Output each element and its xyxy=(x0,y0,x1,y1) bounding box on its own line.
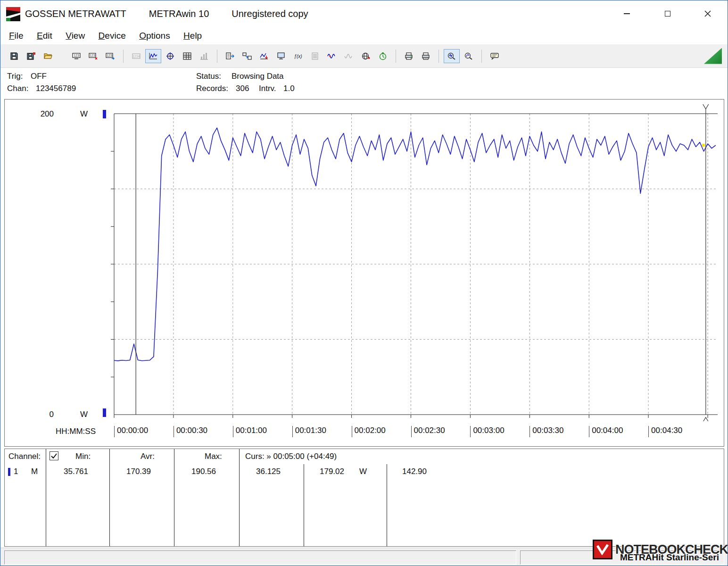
timer-icon[interactable] xyxy=(375,49,391,63)
app-logo-icon xyxy=(6,7,20,21)
channel-color-marker-top xyxy=(103,110,106,118)
chart-panel: 200 W 0 W HH:MM:SS 00:00:0000:00:3000:01… xyxy=(4,99,724,447)
col-header-avr: Avr: xyxy=(141,452,155,461)
table-column-divider xyxy=(387,464,387,546)
annotation-icon[interactable] xyxy=(487,49,503,63)
app-window: GOSSEN METRAWATT METRAwin 10 Unregistere… xyxy=(0,0,728,566)
y-axis-unit-bottom: W xyxy=(80,410,88,419)
x-tick-label: 00:03:30 xyxy=(529,426,563,437)
power-trace xyxy=(114,128,716,361)
maximize-button[interactable] xyxy=(657,4,678,23)
menu-edit[interactable]: Edit xyxy=(31,27,58,44)
memory-recall-icon[interactable]: 123 xyxy=(85,49,101,63)
trig-value: OFF xyxy=(31,72,47,81)
toolbar-separator xyxy=(481,50,482,63)
maximize-icon xyxy=(665,11,670,17)
toolbar-separator xyxy=(396,50,396,63)
screen-copy-icon[interactable] xyxy=(273,49,289,63)
measurement-table: Channel: Min: Avr: Max: Curs: » 00:05:00… xyxy=(4,449,724,547)
cursor-intersection-highlight xyxy=(702,144,705,147)
svg-text:123: 123 xyxy=(74,54,79,57)
toolbar-separator xyxy=(123,50,124,63)
cell-min: 35.761 xyxy=(64,467,88,476)
status-value: Browsing Data xyxy=(232,72,284,81)
data-table-icon[interactable] xyxy=(179,49,195,63)
channel-color-marker-bottom xyxy=(103,408,106,417)
app-title: METRAwin 10 xyxy=(149,8,209,19)
check-icon xyxy=(51,453,57,458)
channel-row-color-marker xyxy=(8,468,10,476)
watermark-text: NOTEBOOKCHECK xyxy=(615,542,728,557)
cell-channel-number: 1 xyxy=(14,467,18,476)
save-icon[interactable] xyxy=(6,49,22,63)
chart-export-icon[interactable] xyxy=(256,49,272,63)
waveform-marker-icon[interactable] xyxy=(324,49,340,63)
cell-cursor-delta: 142.90 xyxy=(402,467,427,476)
menu-view[interactable]: View xyxy=(60,27,91,44)
table-column-divider xyxy=(239,449,240,546)
device-transfer-icon[interactable] xyxy=(239,49,255,63)
cell-channel-mode: M xyxy=(31,467,38,476)
table-column-divider xyxy=(304,464,304,546)
formula-icon[interactable]: ƒ(x) xyxy=(290,49,306,63)
export-records-icon[interactable] xyxy=(222,49,238,63)
x-tick-label: 00:02:00 xyxy=(352,426,386,437)
svg-text:123: 123 xyxy=(90,54,95,57)
title-bar: GOSSEN METRAWATT METRAwin 10 Unregistere… xyxy=(0,0,728,27)
chart-plot[interactable] xyxy=(5,100,724,446)
unregistered-badge: Unregistered copy xyxy=(232,8,308,19)
minimize-button[interactable] xyxy=(616,4,637,23)
close-button[interactable] xyxy=(697,4,719,23)
col-header-max: Max: xyxy=(205,452,222,461)
graph-crosshair-icon[interactable] xyxy=(162,49,178,63)
chan-label: Chan: xyxy=(7,84,28,93)
menu-help[interactable]: Help xyxy=(178,27,207,44)
check-mark-icon xyxy=(596,544,609,555)
interval-label: Intrv. xyxy=(259,84,276,93)
records-value: 306 xyxy=(236,84,249,93)
trig-label: Trig: xyxy=(7,72,23,81)
expand-grip-triangle[interactable] xyxy=(704,48,722,64)
y-axis-min-label: 0 xyxy=(33,410,54,419)
menu-device[interactable]: Device xyxy=(93,27,132,44)
memory-store-icon[interactable]: 123 xyxy=(102,49,118,63)
print-preview-icon[interactable] xyxy=(418,49,434,63)
memory-123-icon[interactable]: 123 xyxy=(68,49,84,63)
calculator-icon xyxy=(307,49,323,63)
menu-file[interactable]: File xyxy=(3,27,29,44)
table-column-divider xyxy=(46,449,46,546)
notebookcheck-logo-icon xyxy=(593,540,612,559)
toolbar: 123 123 123 1234 xyxy=(0,44,728,68)
waveform-icon xyxy=(341,49,357,63)
print-icon[interactable] xyxy=(401,49,417,63)
status-label: Status: xyxy=(196,72,221,81)
records-label: Records: xyxy=(196,84,228,93)
cell-cursor-right-value: 179.02 xyxy=(320,467,344,476)
x-tick-label: 00:01:00 xyxy=(233,426,267,437)
zoom-wave-icon[interactable] xyxy=(444,49,460,63)
channel-visible-checkbox[interactable] xyxy=(50,451,58,460)
notebookcheck-watermark: NOTEBOOKCHECK xyxy=(593,538,728,561)
x-tick-label: 00:04:00 xyxy=(589,426,623,437)
open-file-icon[interactable] xyxy=(40,49,56,63)
zoom-curve-icon[interactable] xyxy=(461,49,477,63)
x-tick-label: 00:04:30 xyxy=(648,426,682,437)
status-info: Trig: OFF Chan: 123456789 Status: Browsi… xyxy=(0,68,728,99)
cell-max: 190.56 xyxy=(191,467,216,476)
cell-avr: 170.39 xyxy=(126,467,151,476)
web-export-icon[interactable] xyxy=(358,49,374,63)
menu-bar: File Edit View Device Options Help xyxy=(0,27,728,44)
table-column-divider xyxy=(174,449,174,546)
graph-line-icon[interactable] xyxy=(145,49,161,63)
y-axis-max-label: 200 xyxy=(33,109,54,119)
x-tick-label: 00:01:30 xyxy=(292,426,326,437)
menu-options[interactable]: Options xyxy=(133,27,175,44)
minimize-icon xyxy=(624,13,630,14)
cell-cursor-left-value: 36.125 xyxy=(256,467,281,476)
table-column-divider xyxy=(109,449,110,546)
statusbar-section-left xyxy=(4,550,516,565)
histogram-icon xyxy=(196,49,212,63)
save-as-icon[interactable] xyxy=(23,49,39,63)
toolbar-separator xyxy=(438,50,439,63)
col-header-cursor: Curs: » 00:05:00 (+04:49) xyxy=(245,452,337,461)
